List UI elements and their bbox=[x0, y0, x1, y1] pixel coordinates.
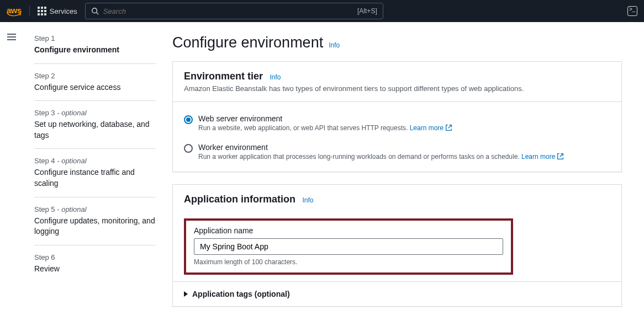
external-link-icon bbox=[445, 124, 452, 131]
step-num: Step 5 - optional bbox=[34, 205, 156, 213]
radio-desc: Run a website, web application, or web A… bbox=[198, 124, 452, 132]
svg-line-1 bbox=[96, 13, 98, 15]
svg-point-0 bbox=[92, 8, 97, 13]
page-title: Configure environment bbox=[172, 34, 323, 51]
app-info-heading: Application information bbox=[184, 194, 295, 205]
wizard-step-5[interactable]: Step 5 - optionalConfigure updates, moni… bbox=[34, 197, 156, 245]
step-num: Step 4 - optional bbox=[34, 157, 156, 165]
step-title: Configure updates, monitoring, and loggi… bbox=[34, 216, 156, 237]
wizard-sidebar: Step 1Configure environmentStep 2Configu… bbox=[23, 22, 167, 326]
wizard-step-1[interactable]: Step 1Configure environment bbox=[34, 34, 156, 64]
grid-icon bbox=[38, 7, 46, 15]
step-num: Step 6 bbox=[34, 253, 156, 261]
wizard-step-3[interactable]: Step 3 - optionalSet up networking, data… bbox=[34, 101, 156, 149]
application-name-input[interactable] bbox=[194, 238, 503, 255]
logo-text: aws bbox=[7, 6, 22, 15]
external-link-icon bbox=[557, 153, 564, 160]
app-name-hint: Maximum length of 100 characters. bbox=[194, 258, 503, 266]
nav-divider bbox=[29, 6, 30, 16]
application-info-panel: Application information Info Application… bbox=[172, 184, 622, 307]
wizard-step-6[interactable]: Step 6Review bbox=[34, 245, 156, 282]
env-tier-sub: Amazon Elastic Beanstalk has two types o… bbox=[184, 84, 610, 93]
env-tier-info-link[interactable]: Info bbox=[270, 73, 281, 81]
aws-logo[interactable]: aws bbox=[7, 6, 22, 17]
env-tier-header: Environment tier Info Amazon Elastic Bea… bbox=[173, 62, 621, 102]
search-input[interactable] bbox=[103, 7, 353, 15]
top-nav: aws Services [Alt+S] bbox=[0, 0, 644, 22]
app-info-header: Application information Info bbox=[173, 185, 621, 207]
env-tier-body: Web server environmentRun a website, web… bbox=[173, 102, 621, 172]
search-box[interactable]: [Alt+S] bbox=[85, 3, 383, 19]
search-icon bbox=[91, 7, 99, 15]
app-tags-label: Application tags (optional) bbox=[192, 290, 290, 298]
application-name-highlight: Application name Maximum length of 100 c… bbox=[184, 218, 513, 275]
step-num: Step 3 - optional bbox=[34, 109, 156, 117]
svg-line-2 bbox=[448, 125, 452, 129]
application-tags-expander[interactable]: Application tags (optional) bbox=[173, 282, 621, 306]
step-title: Set up networking, database, and tags bbox=[34, 119, 156, 141]
step-title: Review bbox=[34, 264, 156, 275]
wizard-step-2[interactable]: Step 2Configure service access bbox=[34, 64, 156, 101]
env-tier-heading: Environment tier bbox=[184, 71, 263, 82]
learn-more-link[interactable]: Learn more bbox=[521, 153, 564, 161]
radio-title: Web server environment bbox=[198, 114, 452, 123]
radio-title: Worker environment bbox=[198, 143, 564, 152]
hamburger-icon[interactable] bbox=[7, 32, 16, 42]
search-shortcut: [Alt+S] bbox=[357, 7, 377, 15]
step-title: Configure instance traffic and scaling bbox=[34, 167, 156, 189]
wizard-step-4[interactable]: Step 4 - optionalConfigure instance traf… bbox=[34, 149, 156, 197]
learn-more-link[interactable]: Learn more bbox=[410, 124, 452, 132]
services-label: Services bbox=[50, 7, 77, 15]
radio-desc: Run a worker application that processes … bbox=[198, 153, 564, 161]
app-info-body: Application name Maximum length of 100 c… bbox=[173, 207, 621, 281]
env-tier-option-0: Web server environmentRun a website, web… bbox=[184, 111, 610, 140]
services-menu[interactable]: Services bbox=[38, 7, 77, 15]
env-tier-option-1: Worker environmentRun a worker applicati… bbox=[184, 140, 610, 163]
environment-tier-panel: Environment tier Info Amazon Elastic Bea… bbox=[172, 61, 622, 172]
svg-line-3 bbox=[560, 154, 563, 157]
cloudshell-icon[interactable] bbox=[627, 6, 637, 16]
step-title: Configure environment bbox=[34, 45, 156, 56]
step-num: Step 2 bbox=[34, 72, 156, 80]
step-title: Configure service access bbox=[34, 82, 156, 93]
step-num: Step 1 bbox=[34, 34, 156, 42]
app-info-info-link[interactable]: Info bbox=[302, 196, 313, 204]
radio-button[interactable] bbox=[184, 115, 193, 124]
page-title-row: Configure environment Info bbox=[172, 34, 622, 51]
sidebar-toggle-col bbox=[0, 22, 23, 326]
page-info-link[interactable]: Info bbox=[329, 41, 340, 49]
radio-button[interactable] bbox=[184, 144, 193, 153]
main-content: Configure environment Info Environment t… bbox=[167, 22, 644, 326]
app-name-label: Application name bbox=[194, 226, 503, 235]
caret-right-icon bbox=[184, 291, 188, 297]
